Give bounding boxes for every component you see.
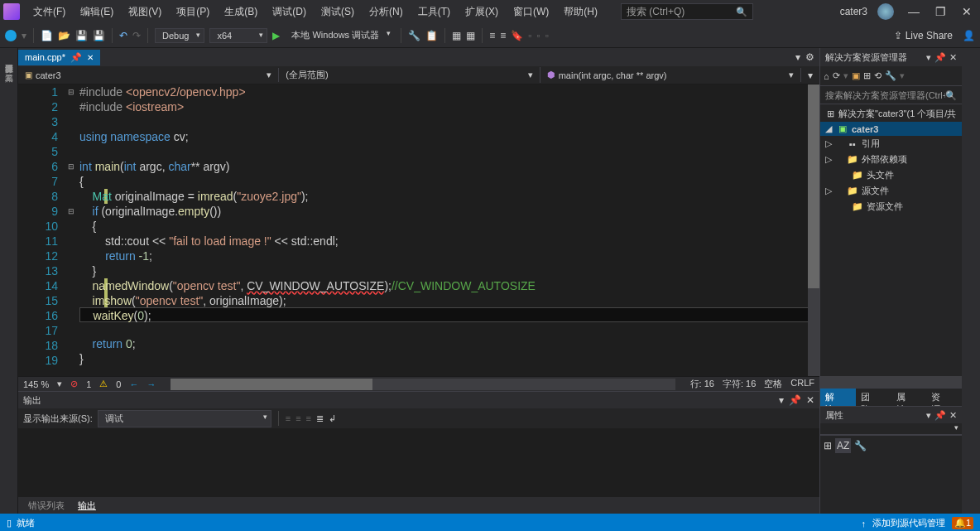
nav-scope-dropdown[interactable]: (全局范围) ▾ — [279, 67, 540, 83]
output-tab[interactable]: 输出 — [73, 498, 101, 514]
menu-help[interactable]: 帮助(H) — [557, 2, 604, 22]
output-source-dropdown[interactable]: 调试 — [98, 410, 271, 427]
tb-icon-10[interactable]: ▫ — [545, 30, 549, 41]
tab-settings-icon[interactable]: ⚙ — [805, 51, 814, 63]
nav-project-dropdown[interactable]: ▣ cater3 ▾ — [18, 68, 279, 82]
sync-icon[interactable]: ⟳ — [833, 70, 840, 81]
tb-icon-7[interactable]: 🔖 — [511, 30, 523, 41]
solution-tree[interactable]: ⊞ 解决方案"cater3"(1 个项目/共 1 个 ◢ ▣ cater3 ▷ … — [820, 104, 962, 376]
scm-label[interactable]: 添加到源代码管理 — [872, 517, 945, 529]
quick-search[interactable]: 搜索 (Ctrl+Q) 🔍 — [621, 3, 753, 20]
panel-close-icon[interactable]: ✕ — [806, 394, 814, 406]
nav-back-icon[interactable]: ← — [129, 379, 138, 389]
tb-icon-6[interactable]: ≡ — [500, 30, 506, 41]
scm-icon[interactable]: ↑ — [861, 519, 866, 529]
resources-node[interactable]: 📁 资源文件 — [820, 199, 962, 215]
new-file-icon[interactable]: 📄 — [41, 30, 53, 41]
redo-icon[interactable]: ↷ — [132, 30, 141, 41]
back-nav-icon[interactable] — [5, 30, 17, 41]
nav-split-icon[interactable]: ▾ — [801, 70, 819, 81]
feedback-icon[interactable]: 👤 — [963, 30, 975, 41]
properties-tab[interactable]: 属性... — [891, 389, 927, 406]
server-explorer-tab[interactable]: 服务器资源管理器 — [2, 55, 17, 61]
warning-count-icon[interactable]: ⚠ — [99, 379, 108, 389]
menu-test[interactable]: 测试(S) — [315, 2, 361, 22]
menu-build[interactable]: 生成(B) — [218, 2, 264, 22]
save-all-icon[interactable]: 💾 — [93, 30, 105, 41]
debug-target-dropdown[interactable]: 本地 Windows 调试器 — [285, 27, 394, 43]
tb-icon-9[interactable]: ▫ — [536, 30, 540, 41]
panel-autohide-icon[interactable]: ▾ — [779, 394, 784, 406]
explorer-search[interactable]: 搜索解决方案资源管理器(Ctrl+;) 🔍 — [820, 86, 962, 104]
home-icon[interactable]: ⌂ — [824, 71, 829, 81]
solution-explorer-tab[interactable]: 解决... — [820, 389, 856, 406]
headers-node[interactable]: 📁 头文件 — [820, 167, 962, 183]
pin-icon[interactable]: 📌 — [70, 52, 82, 63]
properties-icon[interactable]: 🔧 — [885, 70, 896, 81]
tab-close-icon[interactable]: ✕ — [87, 53, 94, 62]
platform-dropdown[interactable]: x64 — [209, 28, 267, 43]
solution-node[interactable]: ⊞ 解决方案"cater3"(1 个项目/共 1 个 — [820, 106, 962, 122]
vertical-scrollbar[interactable] — [808, 84, 819, 376]
file-tab-main-cpp[interactable]: main.cpp* 📌 ✕ — [18, 50, 100, 65]
props-icon[interactable]: 🔧 — [854, 440, 867, 451]
error-count-icon[interactable]: ⊘ — [70, 379, 78, 389]
output-tb-icon[interactable]: ≡ — [286, 413, 291, 423]
panel-close-icon[interactable]: ✕ — [949, 407, 957, 423]
categorize-icon[interactable]: ⊞ — [824, 440, 832, 451]
undo-icon[interactable]: ↶ — [119, 30, 127, 41]
fold-toggle-icon[interactable]: ⊟ — [68, 159, 79, 174]
errorlist-tab[interactable]: 错误列表 — [23, 498, 70, 514]
horizontal-scrollbar[interactable] — [171, 379, 675, 390]
code-content[interactable]: #include <opencv2/opencv.hpp> #include <… — [79, 84, 819, 376]
panel-dropdown-icon[interactable]: ▾ — [926, 407, 931, 423]
menu-extensions[interactable]: 扩展(X) — [459, 2, 505, 22]
notifications-icon[interactable]: 🔔1 — [952, 517, 973, 529]
menu-window[interactable]: 窗口(W) — [507, 2, 555, 22]
tb-icon-2[interactable]: 📋 — [425, 30, 438, 41]
live-share-button[interactable]: ⇪ Live Share 👤 — [894, 30, 975, 41]
minimize-button[interactable]: — — [904, 5, 924, 18]
output-text[interactable] — [18, 428, 819, 497]
toolbox-tab[interactable]: 工具箱 — [2, 65, 17, 71]
output-tb-icon[interactable]: ≡ — [306, 413, 311, 423]
fold-toggle-icon[interactable]: ⊟ — [68, 84, 79, 99]
panel-pin-icon[interactable]: 📌 — [789, 394, 801, 406]
zoom-level[interactable]: 145 % — [23, 379, 49, 389]
project-node[interactable]: ◢ ▣ cater3 — [820, 122, 962, 136]
tb-icon-5[interactable]: ≡ — [489, 30, 495, 41]
menu-file[interactable]: 文件(F) — [26, 2, 72, 22]
start-debug-icon[interactable]: ▶ — [272, 30, 280, 41]
references-node[interactable]: ▷ ▪▪ 引用 — [820, 136, 962, 152]
output-tb-icon[interactable]: ≡ — [295, 413, 300, 423]
alphabetical-icon[interactable]: AZ — [835, 438, 851, 453]
menu-analyze[interactable]: 分析(N) — [363, 2, 410, 22]
tb-icon-4[interactable]: ▦ — [466, 30, 475, 41]
panel-pin-icon[interactable]: 📌 — [934, 407, 946, 423]
menu-tools[interactable]: 工具(T) — [411, 2, 457, 22]
user-avatar-icon[interactable] — [877, 3, 894, 20]
resources-tab[interactable]: 资源... — [926, 389, 962, 406]
tb-icon-8[interactable]: ▫ — [528, 30, 531, 41]
panel-dropdown-icon[interactable]: ▾ — [926, 52, 931, 63]
panel-pin-icon[interactable]: 📌 — [934, 52, 946, 63]
output-wrap-icon[interactable]: ↲ — [329, 413, 336, 424]
menu-project[interactable]: 项目(P) — [170, 2, 216, 22]
close-button[interactable]: ✕ — [957, 5, 977, 18]
save-icon[interactable]: 💾 — [75, 30, 88, 41]
maximize-button[interactable]: ❐ — [930, 5, 950, 18]
tb-icon-3[interactable]: ▦ — [452, 30, 461, 41]
sources-node[interactable]: ▷ 📁 源文件 — [820, 183, 962, 199]
collapse-icon[interactable]: ▣ — [852, 70, 860, 81]
team-explorer-tab[interactable]: 团队... — [856, 389, 891, 406]
menu-edit[interactable]: 编辑(E) — [74, 2, 120, 22]
output-clear-icon[interactable]: ≣ — [316, 413, 324, 424]
show-all-icon[interactable]: ⊞ — [863, 70, 871, 81]
tab-overflow-icon[interactable]: ▾ — [795, 51, 800, 63]
config-dropdown[interactable]: Debug — [155, 28, 204, 43]
menu-view[interactable]: 视图(V) — [122, 2, 168, 22]
code-editor[interactable]: 123 456 789 101112 131415 161718 19 ⊟ ⊟ … — [18, 84, 819, 376]
nav-fwd-icon[interactable]: → — [147, 379, 156, 389]
panel-close-icon[interactable]: ✕ — [949, 52, 957, 63]
fold-toggle-icon[interactable]: ⊟ — [68, 204, 79, 219]
